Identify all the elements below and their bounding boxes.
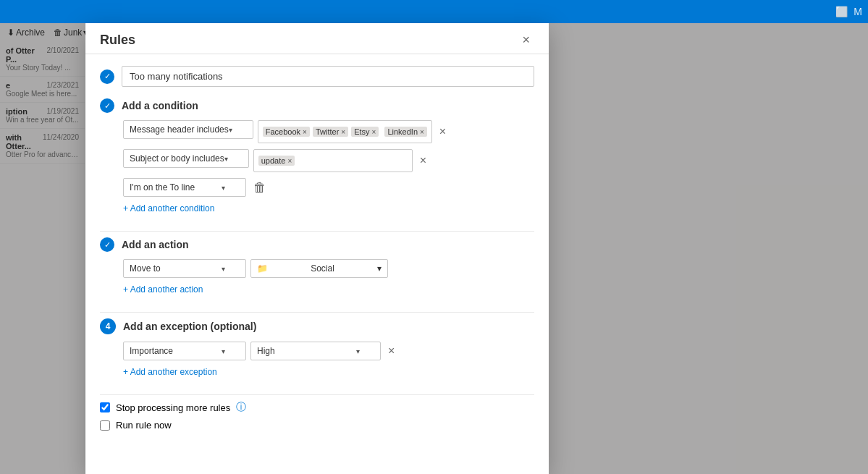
add-exception-link[interactable]: + Add another exception: [100, 367, 217, 377]
condition-row-1: Message header includes ▾ Facebook × Twi…: [100, 120, 534, 143]
tag-close-twitter[interactable]: ×: [341, 128, 345, 136]
divider-2: [100, 312, 534, 313]
stop-processing-checkbox[interactable]: [100, 402, 110, 412]
exception-value-label: High: [257, 346, 275, 356]
exception-value-dropdown[interactable]: High ▾: [250, 342, 381, 360]
tag-label: LinkedIn: [387, 127, 418, 136]
rule-name-row: [100, 66, 534, 87]
stop-processing-row: Stop processing more rules ⓘ: [100, 401, 534, 414]
divider-3: [100, 394, 534, 395]
tag-label: update: [261, 156, 286, 165]
condition-section: Add a condition Message header includes …: [100, 98, 534, 219]
action-dropdown[interactable]: Move to ▾: [123, 259, 246, 278]
add-condition-link[interactable]: + Add another condition: [100, 203, 214, 213]
condition-dropdown-2-label: Subject or body includes: [130, 153, 224, 164]
exception-dropdown[interactable]: Importance ▾: [123, 342, 246, 360]
add-action-plus: +: [123, 284, 130, 295]
tag-label: Twitter: [316, 127, 339, 136]
stop-processing-label: Stop processing more rules: [116, 402, 230, 413]
condition-dropdown-3-label: I'm on the To line: [130, 182, 195, 192]
dialog-title: Rules: [100, 33, 135, 48]
tag-close-facebook[interactable]: ×: [303, 128, 307, 136]
close-button[interactable]: ×: [518, 32, 534, 48]
run-rule-checkbox[interactable]: [100, 420, 110, 431]
tag-label: Etsy: [354, 127, 369, 136]
run-rule-label: Run rule now: [116, 420, 172, 431]
exception-header: 4 Add an exception (optional): [100, 318, 534, 334]
chevron-down-icon: ▾: [222, 265, 225, 273]
chevron-down-icon: ▾: [356, 347, 360, 355]
run-rule-row: Run rule now: [100, 420, 534, 431]
action-row: Move to ▾ 📁 Social ▾: [100, 259, 534, 278]
tag-update: update ×: [258, 156, 295, 166]
add-condition-label: Add another condition: [130, 203, 215, 213]
condition-1-tags[interactable]: Facebook × Twitter × Etsy ×: [258, 120, 432, 143]
tag-linkedin: LinkedIn ×: [384, 127, 426, 137]
condition-2-tags[interactable]: update ×: [253, 149, 413, 172]
app-container: ⬇ Archive 🗑 Junk ▾ Filter ▾ 2/10/2021 of…: [0, 23, 868, 474]
step-number-4: 4: [100, 318, 116, 334]
action-header: Add an action: [100, 237, 534, 252]
step-num-label: 4: [106, 321, 111, 331]
rule-name-input[interactable]: [122, 66, 534, 87]
tag-close-update[interactable]: ×: [287, 157, 292, 165]
remove-condition-3-button[interactable]: 🗑: [250, 181, 269, 194]
monitor-icon: ⬜: [835, 6, 848, 17]
chevron-down-icon: ▾: [229, 126, 232, 134]
tag-twitter: Twitter ×: [313, 127, 348, 137]
remove-condition-2-button[interactable]: ×: [417, 153, 429, 169]
action-dropdown-label: Move to: [130, 263, 161, 274]
tag-close-linkedin[interactable]: ×: [420, 128, 424, 136]
remove-exception-button[interactable]: ×: [385, 343, 397, 359]
add-exception-label: Add another exception: [130, 367, 217, 377]
topbar: ⬜ M: [0, 0, 868, 23]
divider-1: [100, 231, 534, 232]
user-icon: M: [854, 6, 862, 17]
add-exception-plus: +: [123, 367, 130, 377]
condition-dropdown-1-label: Message header includes: [130, 124, 229, 135]
chevron-down-icon: ▾: [224, 155, 228, 163]
action-title: Add an action: [122, 239, 189, 250]
rules-dialog: Rules × Add a condition Message header i…: [85, 23, 549, 474]
add-condition-plus: +: [123, 203, 130, 213]
folder-value-label: Social: [311, 263, 334, 274]
condition-dropdown-1[interactable]: Message header includes ▾: [123, 120, 253, 139]
add-action-link[interactable]: + Add another action: [100, 284, 203, 295]
step-check-1: [100, 69, 114, 84]
exception-dropdown-label: Importance: [130, 346, 173, 356]
dialog-body: Add a condition Message header includes …: [85, 54, 549, 474]
folder-icon: 📁: [257, 263, 268, 274]
condition-dropdown-2[interactable]: Subject or body includes ▾: [123, 149, 249, 168]
add-action-label: Add another action: [130, 284, 203, 295]
info-icon[interactable]: ⓘ: [236, 401, 246, 414]
action-section: Add an action Move to ▾ 📁 Social ▾ +: [100, 237, 534, 300]
condition-dropdown-3[interactable]: I'm on the To line ▾: [123, 178, 246, 197]
tag-etsy: Etsy ×: [351, 127, 379, 137]
exception-row: Importance ▾ High ▾ ×: [100, 342, 534, 360]
tag-facebook: Facebook ×: [263, 127, 310, 137]
folder-dropdown[interactable]: 📁 Social ▾: [250, 259, 388, 278]
tag-label: Facebook: [266, 127, 300, 136]
step-check-2: [100, 98, 114, 113]
condition-title: Add a condition: [122, 100, 198, 111]
chevron-down-icon: ▾: [222, 347, 225, 355]
condition-row-3: I'm on the To line ▾ 🗑: [100, 178, 534, 197]
remove-condition-1-button[interactable]: ×: [437, 124, 449, 140]
condition-row-2: Subject or body includes ▾ update × ×: [100, 149, 534, 172]
exception-title: Add an exception (optional): [123, 321, 256, 332]
chevron-down-icon: ▾: [222, 184, 225, 192]
step-check-3: [100, 237, 114, 252]
chevron-down-icon-2: ▾: [377, 263, 382, 274]
dialog-header: Rules ×: [85, 23, 549, 54]
condition-header: Add a condition: [100, 98, 534, 113]
exception-section: 4 Add an exception (optional) Importance…: [100, 318, 534, 383]
tag-close-etsy[interactable]: ×: [372, 128, 376, 136]
